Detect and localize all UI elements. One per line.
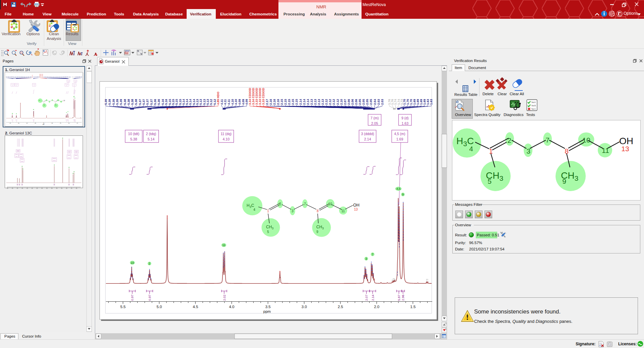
svg-text:5.15: 5.15 — [175, 99, 178, 105]
svg-text:5.16: 5.16 — [165, 99, 168, 105]
svg-text:4: 4 — [469, 145, 473, 153]
svg-text:4,5: 4,5 — [396, 187, 400, 190]
svg-text:4: 4 — [253, 208, 255, 212]
svg-text:5.37: 5.37 — [150, 99, 153, 105]
svg-text:Test C: Test C — [531, 108, 536, 110]
svg-text:3.33 CD3OD: 3.33 CD3OD — [262, 88, 265, 105]
svg-text:2.13: 2.13 — [317, 99, 321, 105]
svg-text:5.38: 5.38 — [134, 99, 138, 105]
svg-text:1.70: 1.70 — [406, 99, 409, 105]
svg-text:5.38: 5.38 — [130, 137, 137, 141]
svg-text:1.69: 1.69 — [396, 137, 403, 141]
svg-text:1.69: 1.69 — [420, 99, 423, 105]
svg-text:4.11: 4.11 — [220, 99, 223, 105]
svg-text:5.37: 5.37 — [146, 99, 149, 105]
svg-text:2.12: 2.12 — [325, 99, 328, 105]
svg-text:5.36: 5.36 — [153, 99, 157, 105]
svg-text:2.0: 2.0 — [374, 305, 379, 309]
svg-text:5.13: 5.13 — [199, 99, 202, 105]
svg-text:13: 13 — [354, 208, 358, 211]
svg-text:2.14: 2.14 — [364, 137, 371, 141]
svg-text:1.63: 1.63 — [426, 99, 430, 105]
svg-text:2.14: 2.14 — [299, 99, 302, 105]
svg-text:9 (d): 9 (d) — [401, 116, 409, 120]
svg-text:ppm: ppm — [263, 309, 271, 313]
svg-text:2.14: 2.14 — [306, 99, 310, 105]
svg-text:5.87: 5.87 — [397, 295, 401, 301]
svg-text:3: 3 — [292, 209, 294, 213]
svg-text:9: 9 — [402, 193, 404, 196]
svg-text:Test A: Test A — [531, 102, 535, 103]
svg-text:5.14: 5.14 — [189, 99, 192, 105]
svg-text:5.38: 5.38 — [123, 99, 127, 105]
svg-text:Test B: Test B — [531, 105, 536, 107]
svg-text:1: 1 — [489, 147, 493, 155]
svg-text:1: 1 — [267, 209, 269, 213]
svg-text:4.0: 4.0 — [229, 305, 235, 309]
svg-text:5.39: 5.39 — [116, 99, 119, 105]
svg-text:7: 7 — [545, 136, 550, 144]
svg-text:4.89 HDO: 4.89 HDO — [216, 92, 220, 105]
svg-text:1.63: 1.63 — [430, 99, 433, 105]
svg-text:3.33 CD3OD: 3.33 CD3OD — [255, 88, 258, 105]
svg-text:5.0: 5.0 — [156, 305, 162, 309]
svg-text:2.12: 2.12 — [332, 99, 335, 105]
svg-text:2.15: 2.15 — [287, 99, 291, 105]
svg-text:10: 10 — [328, 202, 332, 206]
svg-text:5.36: 5.36 — [157, 99, 160, 105]
svg-text:2.15: 2.15 — [291, 99, 295, 105]
svg-text:3.5: 3.5 — [265, 305, 271, 309]
svg-text:5.37: 5.37 — [138, 99, 142, 105]
svg-text:4.11: 4.11 — [227, 99, 231, 105]
svg-text:7: 7 — [304, 202, 306, 206]
svg-text:1.69: 1.69 — [413, 99, 416, 105]
svg-text:11: 11 — [341, 209, 345, 213]
svg-text:4.11: 4.11 — [223, 99, 227, 105]
svg-text:2: 2 — [507, 136, 511, 144]
svg-text:2.03: 2.03 — [381, 99, 384, 105]
svg-text:3.0: 3.0 — [302, 305, 307, 309]
svg-text:2.05: 2.05 — [371, 121, 378, 125]
svg-text:2.17: 2.17 — [265, 99, 269, 105]
svg-text:5.13: 5.13 — [203, 99, 206, 105]
svg-text:2.13: 2.13 — [310, 99, 313, 105]
svg-text:5.38: 5.38 — [131, 99, 134, 105]
svg-text:5.16: 5.16 — [161, 99, 165, 105]
svg-text:13: 13 — [621, 145, 629, 153]
svg-text:7 (m): 7 (m) — [371, 116, 379, 120]
svg-text:4.09: 4.09 — [242, 99, 245, 105]
svg-text:2.05: 2.05 — [358, 99, 362, 105]
svg-text:2.14: 2.14 — [303, 99, 306, 105]
svg-text:2.06: 2.06 — [355, 99, 358, 105]
svg-text:5.37: 5.37 — [142, 99, 145, 105]
svg-text:8: 8 — [317, 209, 319, 213]
svg-text:2.04: 2.04 — [373, 99, 377, 105]
svg-text:OH: OH — [353, 203, 360, 208]
svg-text:1.69: 1.69 — [416, 99, 420, 105]
svg-text:2 (tdq): 2 (tdq) — [146, 132, 156, 136]
svg-text:5.14: 5.14 — [182, 99, 185, 105]
svg-text:7: 7 — [372, 253, 374, 256]
svg-text:3.33 CD3OD: 3.33 CD3OD — [258, 88, 262, 105]
svg-text:3: 3 — [526, 147, 530, 155]
svg-text:5.39: 5.39 — [108, 99, 111, 105]
svg-text:2.16: 2.16 — [273, 99, 276, 105]
svg-text:2.06: 2.06 — [347, 99, 350, 105]
svg-text:5.12: 5.12 — [213, 99, 216, 105]
svg-text:1.5: 1.5 — [410, 305, 415, 309]
svg-text:2.5: 2.5 — [338, 305, 343, 309]
svg-text:2.06: 2.06 — [351, 99, 354, 105]
svg-text:1.70: 1.70 — [403, 99, 406, 105]
svg-text:2.13: 2.13 — [321, 99, 324, 105]
svg-text:5.12: 5.12 — [209, 99, 213, 105]
svg-text:4.10: 4.10 — [231, 99, 234, 105]
svg-text:11: 11 — [602, 147, 609, 154]
svg-text:2.10: 2.10 — [340, 99, 343, 105]
svg-text:2.15: 2.15 — [284, 99, 287, 105]
svg-text:4.10: 4.10 — [223, 137, 230, 141]
svg-text:5.14: 5.14 — [185, 99, 189, 105]
svg-text:9: 9 — [316, 230, 318, 234]
svg-text:2.03: 2.03 — [377, 99, 380, 105]
svg-text:2: 2 — [149, 262, 150, 265]
svg-text:4,5 (m): 4,5 (m) — [394, 132, 405, 136]
